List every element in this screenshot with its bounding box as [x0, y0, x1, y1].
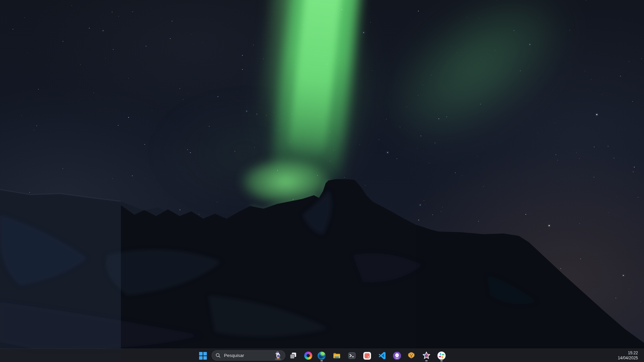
search-input[interactable]: [223, 353, 272, 358]
taskbar: 15:22 14/04/2025: [0, 349, 644, 362]
file-explorer-button[interactable]: [330, 349, 343, 362]
github-desktop-button[interactable]: [390, 349, 404, 362]
file-explorer-icon: [333, 352, 341, 360]
red-app-icon: [363, 352, 371, 360]
running-indicator: [321, 360, 323, 361]
dog-app-button[interactable]: [405, 349, 418, 362]
task-view-button[interactable]: [286, 349, 300, 362]
clock-time: 15:22: [628, 351, 638, 356]
star-icon: [422, 351, 431, 360]
red-app-button[interactable]: [360, 349, 374, 362]
search-icon: [216, 353, 221, 358]
right-mountain: [416, 225, 644, 362]
copilot-icon: [304, 352, 312, 360]
dog-face-icon: [407, 351, 416, 360]
copilot-button[interactable]: [302, 349, 315, 362]
puffin-bird-icon: [273, 351, 283, 360]
edge-icon: [318, 352, 326, 360]
clock[interactable]: 15:22 14/04/2025: [616, 349, 639, 362]
vscode-icon: [378, 352, 386, 360]
start-button[interactable]: [196, 349, 210, 362]
slack-button[interactable]: [435, 349, 448, 362]
windows-logo-icon: [199, 352, 207, 360]
running-indicator: [425, 360, 428, 361]
terminal-icon: [348, 352, 356, 360]
slack-icon: [437, 351, 446, 360]
search-box[interactable]: [212, 350, 285, 361]
mountain-silhouette: [0, 0, 644, 362]
running-indicator: [441, 360, 443, 361]
clock-date: 14/04/2025: [618, 356, 638, 361]
github-icon: [393, 352, 401, 360]
edge-button[interactable]: [315, 349, 328, 362]
star-app-button[interactable]: [420, 349, 433, 362]
task-view-icon: [289, 352, 297, 360]
terminal-button[interactable]: [345, 349, 359, 362]
vscode-button[interactable]: [376, 349, 389, 362]
